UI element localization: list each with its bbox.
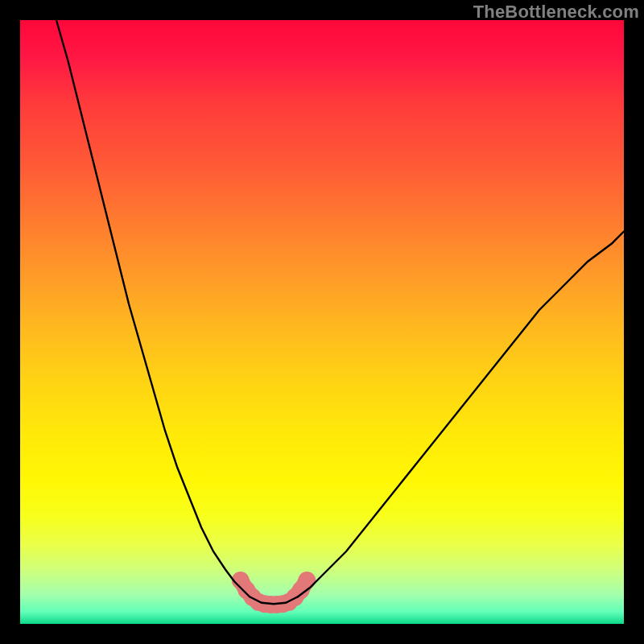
chart-stage: TheBottleneck.com bbox=[0, 0, 644, 644]
chart-plot-area bbox=[20, 20, 624, 624]
curve-right bbox=[298, 232, 624, 597]
chart-svg bbox=[20, 20, 624, 624]
watermark-text: TheBottleneck.com bbox=[473, 2, 639, 23]
curve-left bbox=[56, 20, 250, 597]
highlight-dot bbox=[298, 572, 316, 589]
